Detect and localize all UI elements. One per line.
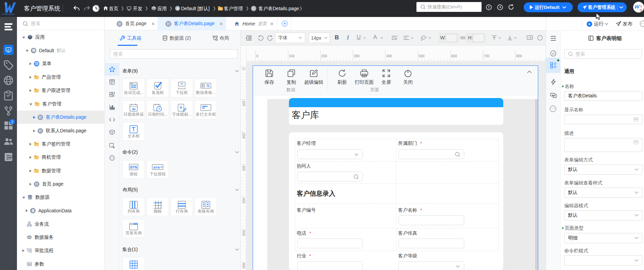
svg-text:BTN: BTN <box>154 166 160 169</box>
svg-text:BTN: BTN <box>130 166 137 169</box>
svg-text:OneBuilder: OneBuilder <box>2 13 15 16</box>
svg-text:fi: fi <box>180 105 182 109</box>
svg-text:30: 30 <box>132 107 136 111</box>
svg-text:API: API <box>27 236 31 238</box>
